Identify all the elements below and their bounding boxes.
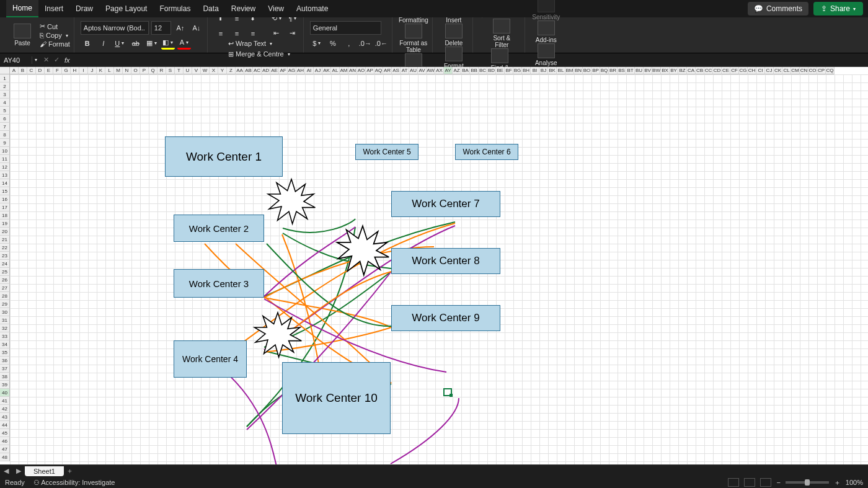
font-color-button[interactable]: A — [177, 37, 191, 50]
column-headers[interactable]: ABCDEFGHIJKLMNOPQRSTUVWXYZAAABACADAEAFAG… — [10, 67, 835, 74]
explosion-shape-3[interactable] — [247, 310, 309, 360]
font-name-select[interactable] — [81, 21, 149, 35]
status-accessibility[interactable]: ⚇ Accessibility: Investigate — [33, 479, 115, 487]
explosion-shape-2[interactable] — [329, 223, 397, 278]
bold-button[interactable]: B — [81, 37, 94, 50]
underline-button[interactable]: U — [113, 37, 126, 50]
indent-decrease-icon[interactable]: ⇤ — [270, 27, 283, 40]
work-center-shape-9[interactable]: Work Center 9 — [391, 305, 500, 331]
comma-icon[interactable]: , — [342, 37, 356, 50]
tab-formulas[interactable]: Formulas — [153, 1, 197, 17]
addins-button[interactable]: Add-ins — [531, 20, 561, 43]
selected-cell[interactable] — [443, 388, 452, 396]
paste-button[interactable]: Paste — [7, 24, 37, 47]
decrease-font-icon[interactable]: A↓ — [190, 22, 203, 34]
tab-insert[interactable]: Insert — [38, 1, 69, 17]
increase-decimal-icon[interactable]: .0→ — [358, 37, 372, 50]
tab-draw[interactable]: Draw — [69, 1, 99, 17]
sensitivity-button[interactable]: Sensitivity — [531, 0, 561, 20]
group-clipboard: Paste ✂ Cut ⎘ Copy 🖌 Format — [4, 17, 74, 53]
add-sheet-button[interactable]: ＋ — [64, 466, 76, 476]
number-format-select[interactable] — [310, 21, 381, 35]
indent-increase-icon[interactable]: ⇥ — [286, 27, 299, 40]
zoom-level[interactable]: 100% — [846, 479, 863, 486]
table-icon — [405, 24, 422, 38]
work-center-shape-1[interactable]: Work Center 1 — [165, 136, 283, 177]
sheet-tabs-bar: ◀ ▶ Sheet1 ＋ — [0, 464, 868, 477]
view-page-break-icon[interactable] — [760, 478, 771, 487]
status-bar: Ready ⚇ Accessibility: Investigate − ＋ 1… — [0, 477, 868, 488]
group-alignment: ⬆ ≡ ⬇ ⟲ ¶ ≡ ≡ ≡ ⇤ ⇥ ↩ Wrap Text ⊞ Merge … — [210, 17, 304, 53]
addins-icon — [538, 20, 555, 35]
align-left-icon[interactable]: ≡ — [214, 27, 228, 40]
copy-button[interactable]: ⎘ Copy — [40, 32, 70, 39]
sheet-tab-1[interactable]: Sheet1 — [25, 466, 64, 476]
work-center-shape-8[interactable]: Work Center 8 — [391, 248, 500, 274]
tab-data[interactable]: Data — [197, 1, 224, 17]
view-page-layout-icon[interactable] — [744, 478, 755, 487]
zoom-in-button[interactable]: ＋ — [834, 478, 841, 487]
tab-home[interactable]: Home — [6, 0, 38, 17]
work-center-shape-3[interactable]: Work Center 3 — [174, 269, 264, 298]
group-editing: Σ Auto-sum ▾ Fill ◇ Clear Sort & Filter … — [476, 17, 525, 53]
delete-icon — [445, 24, 463, 38]
sensitivity-icon — [538, 0, 555, 12]
share-button[interactable]: ⇪ Share ▾ — [813, 2, 863, 16]
sheet-nav-next[interactable]: ▶ — [12, 467, 25, 475]
explosion-shape-1[interactable] — [260, 177, 322, 226]
format-as-table-button[interactable]: Format as Table — [399, 24, 428, 53]
tab-view[interactable]: View — [262, 1, 290, 17]
sort-filter-button[interactable]: Sort & Filter — [487, 19, 516, 48]
work-center-shape-10[interactable]: Work Center 10 — [282, 362, 391, 434]
spreadsheet-grid[interactable]: ABCDEFGHIJKLMNOPQRSTUVWXYZAAABACADAEAFAG… — [0, 67, 868, 464]
group-cells: Insert Delete Format — [435, 17, 473, 53]
accept-formula-icon[interactable]: ✓ — [54, 56, 60, 64]
tab-review[interactable]: Review — [225, 1, 262, 17]
share-icon: ⇪ — [821, 4, 827, 13]
name-box[interactable]: AY40 — [0, 56, 32, 64]
zoom-out-button[interactable]: − — [776, 479, 780, 486]
group-analysis: Sensitivity Add-ins Analyse Data — [528, 17, 565, 53]
cut-button[interactable]: ✂ Cut — [40, 22, 70, 30]
comment-icon: 💬 — [754, 4, 763, 13]
font-size-select[interactable] — [151, 21, 171, 35]
format-painter-button[interactable]: 🖌 Format — [40, 40, 70, 48]
accessibility-icon: ⚇ — [33, 479, 40, 486]
fx-icon[interactable]: fx — [64, 56, 70, 64]
fill-color-button[interactable]: ◧ — [161, 37, 175, 50]
percent-icon[interactable]: % — [326, 37, 340, 50]
group-number: $ % , .0→ .0← — [306, 17, 392, 53]
cancel-formula-icon[interactable]: ✕ — [43, 56, 49, 64]
tab-automate[interactable]: Automate — [290, 1, 334, 17]
work-center-shape-5[interactable]: Work Center 5 — [355, 144, 418, 160]
strike-button[interactable]: ab — [129, 37, 143, 50]
tab-page-layout[interactable]: Page Layout — [99, 1, 153, 17]
group-font: A↑ A↓ B I U ab ▦ ◧ A — [77, 17, 208, 53]
italic-button[interactable]: I — [97, 37, 110, 50]
wrap-text-button[interactable]: ↩ Wrap Text — [228, 40, 290, 48]
delete-cells-button[interactable]: Delete — [439, 24, 469, 47]
increase-font-icon[interactable]: A↑ — [174, 22, 187, 34]
decrease-decimal-icon[interactable]: .0← — [374, 37, 388, 50]
view-normal-icon[interactable] — [728, 478, 739, 487]
currency-icon[interactable]: $ — [310, 37, 324, 50]
select-all-corner[interactable] — [0, 67, 10, 74]
work-center-shape-2[interactable]: Work Center 2 — [174, 215, 264, 242]
row-headers[interactable]: 1234567891011121314151617181920212223242… — [0, 74, 10, 461]
paste-icon — [14, 24, 31, 38]
sheet-nav-prev[interactable]: ◀ — [0, 467, 12, 475]
name-box-dd-icon[interactable]: ▾ — [32, 57, 40, 63]
formula-input[interactable] — [75, 56, 864, 64]
group-styles: Conditional Formatting Format as Table C… — [395, 17, 433, 53]
borders-button[interactable]: ▦ — [145, 37, 159, 50]
align-center-icon[interactable]: ≡ — [230, 27, 244, 40]
comments-button[interactable]: 💬 Comments — [748, 2, 808, 16]
work-center-shape-7[interactable]: Work Center 7 — [391, 191, 500, 217]
formula-bar: AY40 ▾ ✕ ✓ fx — [0, 53, 868, 67]
zoom-slider[interactable] — [786, 481, 829, 484]
ribbon-toolbar: Paste ✂ Cut ⎘ Copy 🖌 Format A↑ A↓ B I U … — [0, 17, 868, 53]
align-right-icon[interactable]: ≡ — [246, 27, 260, 40]
ribbon-tabs: Home Insert Draw Page Layout Formulas Da… — [0, 0, 868, 17]
work-center-shape-4[interactable]: Work Center 4 — [174, 340, 247, 378]
work-center-shape-6[interactable]: Work Center 6 — [455, 144, 518, 160]
